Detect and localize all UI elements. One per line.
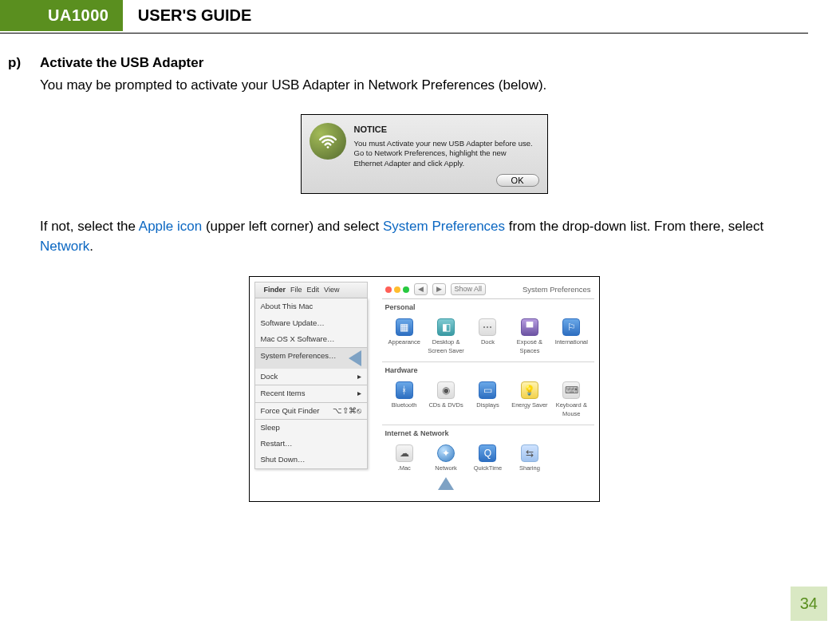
menubar-edit[interactable]: Edit [307,285,320,296]
traffic-lights[interactable] [385,286,409,293]
pref-displays[interactable]: ▭Displays [467,380,508,421]
menubar-view[interactable]: View [324,285,339,296]
network-link: Network [40,239,89,254]
instruction-text: If not, select the Apple icon (upper lef… [40,216,808,257]
sysprefs-figure: Finder File Edit View About This Mac Sof… [249,276,600,502]
section-title: Activate the USB Adapter [40,53,808,73]
menubar-file[interactable]: File [290,285,302,296]
network-icon: ✦ [437,444,455,462]
pref-quicktime[interactable]: QQuickTime [467,443,508,492]
menu-item-software-update[interactable]: Software Update… [255,315,367,331]
notice-dialog: NOTICE You must Activate your new USB Ad… [301,114,548,194]
pref-bluetooth[interactable]: ᚼBluetooth [384,380,425,421]
menu-item-macosx-software[interactable]: Mac OS X Software… [255,331,367,347]
notice-body: You must Activate your new USB Adapter b… [354,139,533,169]
appearance-icon: ▦ [396,318,413,336]
arrow-left-icon [349,350,361,366]
menubar-finder[interactable]: Finder [264,285,286,296]
dotmac-icon: ☁ [396,444,413,462]
section-hardware: Hardware [382,362,594,378]
product-badge: UA1000 [0,0,123,31]
displays-icon: ▭ [479,381,496,399]
menu-item-sleep[interactable]: Sleep [255,420,367,436]
section-internet: Internet & Network [382,425,594,441]
system-preferences-link: System Preferences [383,219,505,234]
zoom-icon[interactable] [403,286,409,293]
minimize-icon[interactable] [394,286,400,293]
pref-dock[interactable]: ⋯Dock [467,317,508,357]
pref-energy[interactable]: 💡Energy Saver [509,380,550,421]
disc-icon: ◉ [437,381,455,399]
notice-line: Go to Network Preferences, highlight the… [354,148,507,157]
pref-desktop[interactable]: ◧Desktop & Screen Saver [425,317,467,357]
quicktime-icon: Q [479,444,496,462]
menu-item-restart[interactable]: Restart… [255,436,367,452]
energy-icon: 💡 [521,381,538,399]
apple-icon-link: Apple icon [139,219,202,234]
pref-network[interactable]: ✦ Network [425,443,467,492]
international-icon: ⚐ [562,318,580,336]
pref-sharing[interactable]: ⇆Sharing [509,443,550,492]
expose-icon: ▀ [521,318,538,336]
pref-keyboard[interactable]: ⌨Keyboard & Mouse [550,380,592,421]
dock-icon: ⋯ [479,318,496,336]
doc-title: USER'S GUIDE [127,0,263,31]
sharing-icon: ⇆ [521,444,538,462]
menu-bar: Finder File Edit View [254,282,368,299]
intro-text: You may be prompted to activate your USB… [40,75,808,96]
desktop-icon: ◧ [437,318,455,336]
close-icon[interactable] [385,286,392,293]
pref-expose[interactable]: ▀Exposé & Spaces [509,317,550,357]
system-preferences-window: ◀ ▶ Show All System Preferences Personal… [382,282,594,496]
menu-item-system-preferences[interactable]: System Preferences… [255,348,367,369]
page-number: 34 [791,587,827,621]
pref-cds-dvds[interactable]: ◉CDs & DVDs [425,380,467,421]
apple-menu: Finder File Edit View About This Mac Sof… [254,282,368,496]
pref-international[interactable]: ⚐International [550,317,592,357]
ok-button[interactable]: OK [496,174,539,187]
notice-line: You must Activate your new USB Adapter b… [354,139,533,148]
wifi-icon [310,123,346,160]
list-marker: p) [8,53,29,524]
svg-point-0 [326,146,329,148]
menu-item-shutdown[interactable]: Shut Down… [255,452,367,468]
keyboard-icon: ⌨ [562,381,580,399]
sysprefs-toolbar: ◀ ▶ Show All System Preferences [382,282,594,300]
notice-line: Ethernet Adapter and click Apply. [354,159,465,168]
menu-item-dock[interactable]: Dock▸ [255,369,367,385]
menu-item-force-quit[interactable]: Force Quit Finder⌥⇧⌘⎋ [255,403,367,419]
window-title: System Preferences [523,284,591,295]
menu-item-about[interactable]: About This Mac [255,298,367,314]
show-all-button[interactable]: Show All [451,283,487,296]
section-personal: Personal [382,299,594,315]
pref-dotmac[interactable]: ☁.Mac [384,443,425,492]
notice-title: NOTICE [354,123,533,136]
nav-forward-button[interactable]: ▶ [432,283,446,296]
nav-back-button[interactable]: ◀ [414,283,428,296]
pref-appearance[interactable]: ▦Appearance [384,317,425,357]
bluetooth-icon: ᚼ [396,381,413,399]
arrow-up-icon [438,477,454,490]
apple-dropdown: About This Mac Software Update… Mac OS X… [254,298,368,468]
page-header: UA1000 USER'S GUIDE [0,0,808,34]
menu-item-recent-items[interactable]: Recent Items▸ [255,385,367,401]
